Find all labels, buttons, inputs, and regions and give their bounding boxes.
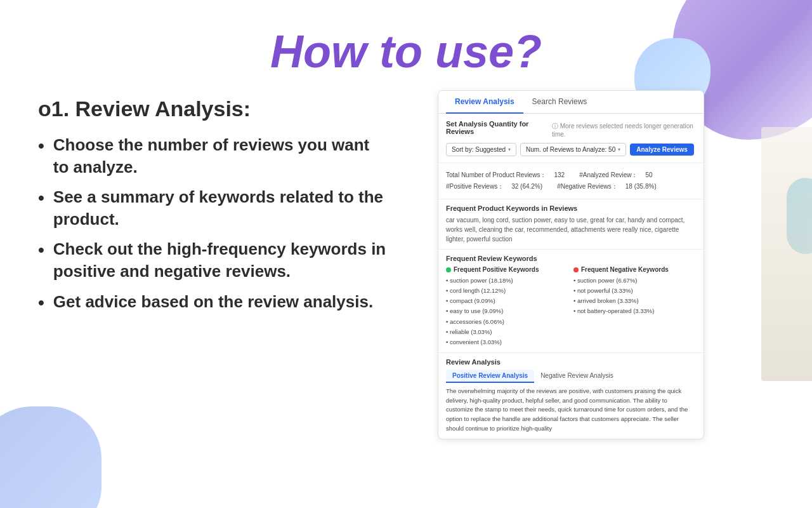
- chevron-down-icon: ▾: [508, 147, 511, 152]
- bullet-item-2: See a summary of keywords related to the…: [38, 186, 387, 231]
- ui-mockup: Review Analysis Search Reviews Set Analy…: [438, 90, 704, 439]
- positive-item-1: suction power (18.18%): [446, 276, 568, 286]
- negative-item-2: not powerful (3.33%): [573, 286, 696, 296]
- analyzed-val: 50: [645, 171, 652, 178]
- analysis-quantity-hint: ⓘ More reviews selected needs longer gen…: [552, 122, 696, 138]
- total-val: 132: [554, 171, 565, 178]
- positive-val: 32 (64.2%): [511, 183, 542, 190]
- tab-search-reviews[interactable]: Search Reviews: [523, 91, 596, 114]
- product-keywords-text: car vacuum, long cord, suction power, ea…: [446, 215, 696, 244]
- header: How to use?: [0, 0, 812, 97]
- frequent-keywords-section: Frequent Review Keywords Frequent Positi…: [438, 250, 704, 353]
- negative-dot-icon: [573, 267, 579, 272]
- analysis-quantity-section: Set Analysis Quantity for Reviews ⓘ More…: [438, 114, 704, 163]
- bullet-item-4: Get advice based on the review analysis.: [38, 291, 387, 315]
- right-edge-decor: [761, 127, 812, 381]
- positive-keywords-col: Frequent Positive Keywords suction power…: [446, 266, 568, 347]
- bullet-list: Choose the number of reviews you want to…: [38, 134, 387, 314]
- review-analysis-content: The overwhelming majority of the reviews…: [446, 387, 696, 434]
- chevron-down-icon-2: ▾: [618, 147, 620, 152]
- positive-item-3: compact (9.09%): [446, 296, 568, 306]
- review-analysis-title: Review Analysis: [446, 358, 696, 366]
- negative-item-4: not battery-operated (3.33%): [573, 306, 696, 316]
- tab-bar: Review Analysis Search Reviews: [438, 91, 704, 114]
- positive-item-7: convenient (3.03%): [446, 337, 568, 347]
- tab-review-analysis[interactable]: Review Analysis: [446, 91, 523, 114]
- negative-val: 18 (35.8%): [625, 183, 657, 190]
- positive-label: #Positive Reviews：: [446, 183, 504, 190]
- positive-col-title: Frequent Positive Keywords: [446, 266, 568, 273]
- negative-item-1: suction power (6.67%): [573, 276, 696, 286]
- tab-positive-review-analysis[interactable]: Positive Review Analysis: [446, 370, 534, 383]
- product-keywords-title: Frequent Product Keywords in Reviews: [446, 204, 696, 212]
- product-keywords-section: Frequent Product Keywords in Reviews car…: [438, 199, 704, 250]
- review-analysis-tabs: Positive Review Analysis Negative Review…: [446, 370, 696, 383]
- num-reviews-select[interactable]: Num. of Reviews to Analyze: 50 ▾: [520, 143, 626, 156]
- total-label: Total Number of Product Reviews：: [446, 171, 546, 178]
- stats-section: Total Number of Product Reviews：132 #Ana…: [438, 163, 704, 199]
- left-column: o1. Review Analysis: Choose the number o…: [38, 97, 387, 322]
- review-analysis-section: Review Analysis Positive Review Analysis…: [438, 353, 704, 439]
- bullet-item-3: Check out the high-frequency keywords in…: [38, 238, 387, 283]
- positive-item-4: easy to use (9.09%): [446, 306, 568, 316]
- negative-col-title: Frequent Negative Keywords: [573, 266, 696, 273]
- negative-keywords-col: Frequent Negative Keywords suction power…: [573, 266, 696, 347]
- bullet-item-1: Choose the number of reviews you want to…: [38, 134, 387, 178]
- page-title: How to use?: [0, 25, 812, 77]
- stats-row-2: #Positive Reviews：32 (64.2%) #Negative R…: [446, 181, 696, 192]
- tab-negative-review-analysis[interactable]: Negative Review Analysis: [534, 370, 620, 383]
- stats-row-1: Total Number of Product Reviews：132 #Ana…: [446, 170, 696, 181]
- positive-item-5: accessories (6.06%): [446, 317, 568, 327]
- freq-cols: Frequent Positive Keywords suction power…: [446, 266, 696, 347]
- controls-row: Sort by: Suggested ▾ Num. of Reviews to …: [446, 143, 696, 156]
- sort-by-select[interactable]: Sort by: Suggested ▾: [446, 143, 516, 156]
- right-column: Review Analysis Search Reviews Set Analy…: [438, 90, 704, 439]
- frequent-keywords-title: Frequent Review Keywords: [446, 255, 696, 262]
- negative-item-3: arrived broken (3.33%): [573, 296, 696, 306]
- positive-item-2: cord length (12.12%): [446, 286, 568, 296]
- analysis-quantity-title: Set Analysis Quantity for Reviews: [446, 120, 549, 135]
- positive-item-6: reliable (3.03%): [446, 327, 568, 337]
- analyze-reviews-button[interactable]: Analyze Reviews: [630, 144, 694, 156]
- main-layout: o1. Review Analysis: Choose the number o…: [0, 97, 812, 439]
- negative-label: #Negative Reviews：: [557, 183, 618, 190]
- analyzed-label: #Analyzed Review：: [579, 171, 638, 178]
- right-edge-image: [761, 127, 812, 381]
- positive-dot-icon: [446, 267, 451, 272]
- page-content: How to use? o1. Review Analysis: Choose …: [0, 0, 812, 508]
- section-title: o1. Review Analysis:: [38, 97, 387, 121]
